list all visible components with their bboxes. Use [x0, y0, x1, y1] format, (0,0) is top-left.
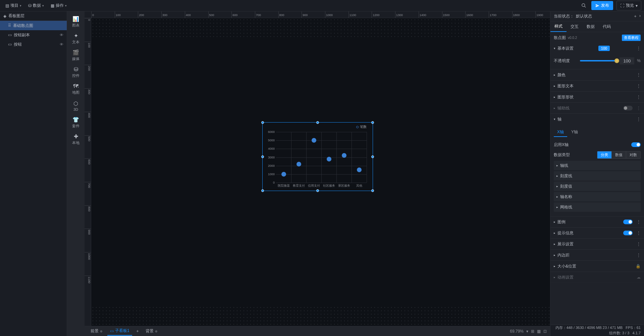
more-icon[interactable]: ⋮: [637, 231, 641, 235]
text-icon: ✦: [74, 33, 78, 39]
seg-numeric[interactable]: 数值: [611, 151, 626, 158]
chevron-down-icon[interactable]: ▾: [526, 329, 528, 334]
section-shape-form[interactable]: ▸图形形状⋮: [550, 92, 644, 102]
axis-sub-name[interactable]: ▸轴名称: [554, 192, 641, 201]
opacity-input[interactable]: [620, 57, 634, 64]
more-icon[interactable]: ⋮: [637, 117, 641, 122]
more-icon[interactable]: ⋮: [637, 95, 641, 99]
database-icon: ⛁: [28, 3, 32, 8]
section-anim[interactable]: ▸动画设置☁: [550, 272, 644, 283]
menu-ops[interactable]: ▦ 操作 ▾: [48, 1, 69, 10]
section-padding[interactable]: ▸内边距⋮: [550, 250, 644, 260]
fps-status: FPS：61: [626, 326, 641, 330]
tool-3d[interactable]: ⬡3D: [68, 98, 84, 113]
tab-subboard[interactable]: ▭子看板1: [107, 327, 132, 336]
kit-icon: 👕: [72, 116, 79, 123]
more-icon[interactable]: ⋮: [637, 84, 641, 88]
row-enable-x: 启用X轴: [554, 140, 641, 150]
axis-sub-tick[interactable]: ▸刻度线: [554, 171, 641, 181]
more-icon[interactable]: ⋮: [637, 242, 641, 246]
tab-data[interactable]: 数据: [583, 21, 599, 32]
more-icon[interactable]: ⋮: [637, 253, 641, 257]
plus-icon[interactable]: ＋: [633, 13, 637, 19]
section-basic-header[interactable]: ▾ 基本设置 100 ⋮: [550, 43, 644, 54]
more-icon[interactable]: ⋮: [637, 106, 641, 110]
tab-code[interactable]: 代码: [599, 21, 615, 32]
tab-interaction[interactable]: 交互: [567, 21, 583, 32]
tool-media[interactable]: 🎬媒体: [68, 48, 84, 63]
seg-category[interactable]: 分类: [597, 151, 611, 158]
chevron-down-icon: ▾: [636, 3, 638, 8]
opacity-label: 不透明度: [554, 58, 577, 64]
tool-local[interactable]: ✚本地: [68, 132, 84, 147]
selection-box[interactable]: 笔数 0100020003000400050006000医院微基教育支付信用支付…: [262, 122, 373, 191]
layer-item[interactable]: ▭ 按钮副本 👁: [0, 30, 67, 40]
axis-sub-tickval[interactable]: ▸刻度值: [554, 182, 641, 191]
tooltip-toggle[interactable]: [623, 231, 633, 235]
enable-x-toggle[interactable]: [631, 142, 641, 147]
tool-chart[interactable]: 📊图表: [68, 14, 84, 30]
layout-icon[interactable]: ▦: [537, 329, 541, 334]
legend-label: 笔数: [360, 125, 367, 129]
topbar: ▤ 项目 ▾ ⛁ 数据 ▾ ▦ 操作 ▾ 发布 ⛶ 预览 ▾: [0, 0, 644, 11]
fit-icon[interactable]: ⊞: [531, 329, 534, 334]
topbar-left: ▤ 项目 ▾ ⛁ 数据 ▾ ▦ 操作 ▾: [3, 1, 69, 10]
section-axis-header[interactable]: ▾轴⋮: [550, 114, 644, 125]
subtab-x-axis[interactable]: X轴: [554, 128, 567, 137]
tab-style[interactable]: 样式: [550, 21, 567, 32]
help-button[interactable]: 查看教程: [622, 35, 641, 41]
opacity-slider[interactable]: [580, 60, 617, 61]
expand-icon: ⛶: [620, 3, 624, 8]
caret-right-icon: ▸: [554, 84, 555, 88]
axis-sub-grid[interactable]: ▸网格线: [554, 202, 641, 212]
axis-sub-line[interactable]: ▸轴线: [554, 161, 641, 170]
viewport[interactable]: 笔数 0100020003000400050006000医院微基教育支付信用支付…: [91, 18, 550, 326]
section-legend[interactable]: ▸图例⋮: [550, 217, 644, 227]
legend-toggle[interactable]: [623, 220, 633, 224]
guide-toggle[interactable]: [623, 106, 633, 110]
section-color[interactable]: ▸颜色⋮: [550, 69, 644, 80]
menu-data[interactable]: ⛁ 数据 ▾: [25, 1, 47, 10]
add-tab-button[interactable]: ＋: [134, 328, 141, 335]
layer-panel: ◈ 看板图层 ⠿ 基础散点图 ▭ 按钮副本 👁 ▭ 按钮 👁: [0, 11, 67, 336]
tab-foreground[interactable]: 前景⊕: [88, 327, 105, 335]
tool-control[interactable]: ⛁控件: [68, 64, 84, 80]
caret-down-icon: ▾: [554, 117, 555, 121]
more-icon[interactable]: ⋮: [637, 46, 641, 51]
map-icon: 🗺: [73, 83, 78, 89]
grid-icon[interactable]: ⊡: [543, 329, 547, 334]
eye-icon[interactable]: 👁: [60, 33, 63, 37]
eye-icon[interactable]: 👁: [60, 42, 63, 46]
more-icon[interactable]: ⋮: [637, 220, 641, 224]
section-tooltip[interactable]: ▸提示信息⋮: [550, 228, 644, 238]
tool-map[interactable]: 🗺地图: [68, 81, 84, 97]
search-button[interactable]: [579, 1, 588, 10]
preview-button[interactable]: ⛶ 预览 ▾: [616, 1, 641, 10]
more-icon[interactable]: ⋮: [637, 73, 641, 77]
canvas-area: 0100200300400500600700800900100011001200…: [85, 11, 550, 336]
bottom-tabs: 前景⊕ ▭子看板1 ＋ 背景⊕ 69.79% ▾ ⊞ ▦ ⊡: [85, 326, 550, 336]
svg-line-1: [584, 6, 586, 7]
menu-data-label: 数据: [33, 3, 41, 8]
section-sizepos[interactable]: ▸大小&位置🔒: [550, 261, 644, 272]
properties-scroll[interactable]: ▾ 基本设置 100 ⋮ 不透明度 % ▸颜色⋮: [550, 43, 644, 325]
publish-button[interactable]: 发布: [591, 1, 613, 10]
chevron-right-icon[interactable]: ›: [639, 13, 641, 19]
menu-project[interactable]: ▤ 项目 ▾: [3, 1, 24, 10]
version: 4.1.7: [633, 331, 641, 335]
bottom-tabs-right: 69.79% ▾ ⊞ ▦ ⊡: [510, 329, 547, 334]
section-shape-text[interactable]: ▸图形文本⋮: [550, 81, 644, 91]
mem-status: 内存：448 / 3630 / 4096 MB 23 / 471 MB: [555, 326, 623, 330]
tool-kit[interactable]: 👕套件: [68, 115, 84, 130]
chevron-down-icon: ▾: [42, 4, 44, 7]
section-display[interactable]: ▸展示设置⋮: [550, 239, 644, 249]
section-guide[interactable]: ▸辅助线⋮: [550, 103, 644, 113]
layer-item[interactable]: ▭ 按钮 👁: [0, 40, 67, 49]
seg-log[interactable]: 对数: [626, 151, 640, 158]
layer-item[interactable]: ⠿ 基础散点图: [0, 21, 67, 30]
lock-icon[interactable]: 🔒: [636, 264, 641, 269]
subtab-y-axis[interactable]: Y轴: [568, 128, 581, 137]
tab-background[interactable]: 背景⊕: [143, 327, 160, 335]
scatter-icon: ⠿: [8, 23, 11, 28]
tool-text[interactable]: ✦文本: [68, 31, 84, 46]
